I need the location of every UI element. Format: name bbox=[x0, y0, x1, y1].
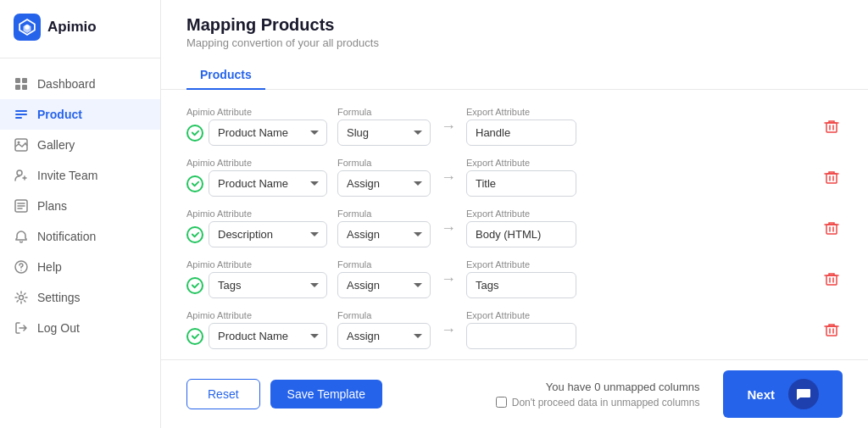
svg-point-11 bbox=[17, 170, 22, 175]
delete-row-2[interactable] bbox=[821, 166, 843, 188]
export-field-group-2: Export Attribute bbox=[466, 158, 576, 197]
sidebar-item-settings[interactable]: Settings bbox=[0, 282, 160, 313]
sidebar-item-help[interactable]: Help bbox=[0, 252, 160, 282]
formula-field-group-1: Formula Slug Assign bbox=[337, 107, 431, 146]
export-input-5[interactable] bbox=[466, 323, 576, 349]
export-field-group-1: Export Attribute bbox=[466, 107, 576, 146]
sidebar-item-product[interactable]: Product bbox=[0, 99, 160, 130]
page-footer: Reset Save Template You have 0 unmapped … bbox=[161, 359, 868, 428]
sidebar-item-notification[interactable]: Notification bbox=[0, 221, 160, 252]
logo: Apimio bbox=[0, 14, 160, 58]
apimio-field-group-1: Apimio Attribute Product Name Descriptio… bbox=[186, 107, 327, 146]
footer-right: You have 0 unmapped columns Don't procee… bbox=[496, 381, 700, 409]
export-input-4[interactable] bbox=[466, 272, 576, 298]
page-header: Mapping Products Mapping convertion of y… bbox=[161, 0, 868, 90]
unmapped-checkbox[interactable] bbox=[496, 397, 507, 408]
plans-icon bbox=[14, 198, 29, 214]
sidebar-item-plans-label: Plans bbox=[37, 199, 67, 213]
apimio-field-group-4: Apimio Attribute Tags Product Name Descr… bbox=[186, 259, 327, 298]
reset-button[interactable]: Reset bbox=[186, 379, 260, 409]
formula-select-3[interactable]: Assign Slug bbox=[337, 221, 431, 247]
apimio-field-group-2: Apimio Attribute Product Name Descriptio… bbox=[186, 158, 327, 197]
tab-bar: Products bbox=[186, 61, 843, 89]
export-input-3[interactable] bbox=[466, 221, 576, 247]
delete-row-1[interactable] bbox=[821, 115, 843, 137]
formula-select-2[interactable]: Assign Slug bbox=[337, 170, 431, 197]
apimio-select-2[interactable]: Product Name Description Tags bbox=[209, 170, 327, 197]
export-field-group-5: Export Attribute bbox=[466, 310, 576, 349]
gallery-icon bbox=[14, 137, 29, 153]
svg-rect-20 bbox=[826, 326, 837, 336]
export-input-1[interactable] bbox=[466, 120, 576, 146]
save-template-button[interactable]: Save Template bbox=[270, 380, 382, 409]
apimio-with-check-3: Description Product Name Tags bbox=[186, 221, 327, 247]
export-label-3: Export Attribute bbox=[466, 208, 576, 219]
mapping-row-2: Apimio Attribute Product Name Descriptio… bbox=[186, 158, 843, 197]
svg-rect-3 bbox=[22, 78, 27, 83]
svg-rect-17 bbox=[826, 174, 837, 183]
svg-point-15 bbox=[19, 296, 24, 300]
apimio-select-4[interactable]: Tags Product Name Description bbox=[209, 272, 327, 298]
arrow-icon-2: → bbox=[441, 169, 456, 186]
export-input-2[interactable] bbox=[466, 170, 576, 197]
sidebar-item-logout-label: Log Out bbox=[37, 321, 80, 335]
svg-point-10 bbox=[18, 142, 20, 144]
main-content: Mapping Products Mapping convertion of y… bbox=[161, 0, 868, 428]
apimio-select-3[interactable]: Description Product Name Tags bbox=[209, 221, 327, 247]
sidebar: Apimio Dashboard Product Gallery Invite … bbox=[0, 0, 161, 428]
chat-icon bbox=[788, 379, 819, 409]
delete-row-5[interactable] bbox=[821, 319, 843, 341]
sidebar-divider bbox=[0, 58, 160, 58]
export-field-group-3: Export Attribute bbox=[466, 208, 576, 247]
dashboard-icon bbox=[14, 76, 29, 92]
apimio-label-4: Apimio Attribute bbox=[186, 259, 327, 270]
sidebar-item-settings-label: Settings bbox=[37, 291, 81, 304]
apimio-select-1[interactable]: Product Name Description Tags bbox=[209, 120, 327, 146]
svg-rect-6 bbox=[15, 110, 27, 112]
check-icon-5 bbox=[186, 328, 203, 345]
arrow-icon-5: → bbox=[441, 321, 456, 339]
settings-icon bbox=[14, 290, 29, 305]
delete-row-4[interactable] bbox=[821, 268, 843, 290]
apimio-select-5[interactable]: Product Name Description Tags bbox=[209, 323, 327, 349]
formula-label-5: Formula bbox=[337, 310, 431, 320]
logout-icon bbox=[14, 320, 29, 336]
sidebar-item-dashboard[interactable]: Dashboard bbox=[0, 69, 160, 99]
sidebar-item-gallery[interactable]: Gallery bbox=[0, 130, 160, 160]
formula-select-5[interactable]: Assign Slug bbox=[337, 323, 431, 349]
apimio-with-check-1: Product Name Description Tags bbox=[186, 120, 327, 146]
check-icon-2 bbox=[186, 175, 203, 192]
sidebar-item-invite-label: Invite Team bbox=[37, 169, 97, 182]
next-button[interactable]: Next bbox=[723, 370, 843, 418]
apimio-label-5: Apimio Attribute bbox=[186, 310, 327, 320]
logo-icon bbox=[14, 14, 41, 41]
svg-rect-2 bbox=[15, 78, 20, 83]
svg-rect-16 bbox=[826, 123, 837, 132]
sidebar-item-notification-label: Notification bbox=[37, 230, 96, 243]
check-icon-4 bbox=[186, 277, 203, 294]
formula-label-1: Formula bbox=[337, 107, 431, 117]
sidebar-item-plans[interactable]: Plans bbox=[0, 191, 160, 221]
product-icon bbox=[14, 107, 29, 122]
arrow-icon-1: → bbox=[441, 118, 456, 136]
unmapped-count-text: You have 0 unmapped columns bbox=[546, 381, 700, 393]
logo-text: Apimio bbox=[47, 19, 97, 36]
help-icon bbox=[14, 259, 29, 275]
formula-select-1[interactable]: Slug Assign bbox=[337, 120, 431, 146]
bell-icon bbox=[14, 229, 29, 244]
unmapped-checkbox-row: Don't proceed data in unmapped columns bbox=[496, 397, 700, 409]
delete-row-3[interactable] bbox=[821, 217, 843, 239]
sidebar-item-gallery-label: Gallery bbox=[37, 138, 75, 152]
mapping-row-4: Apimio Attribute Tags Product Name Descr… bbox=[186, 259, 843, 298]
sidebar-item-invite-team[interactable]: Invite Team bbox=[0, 160, 160, 191]
apimio-field-group-3: Apimio Attribute Description Product Nam… bbox=[186, 208, 327, 247]
export-label-1: Export Attribute bbox=[466, 107, 576, 117]
tab-products[interactable]: Products bbox=[186, 61, 265, 90]
svg-rect-19 bbox=[826, 275, 837, 285]
formula-label-2: Formula bbox=[337, 158, 431, 168]
formula-select-4[interactable]: Assign Slug bbox=[337, 272, 431, 298]
formula-field-group-2: Formula Assign Slug bbox=[337, 158, 431, 197]
sidebar-item-logout[interactable]: Log Out bbox=[0, 313, 160, 343]
apimio-label-1: Apimio Attribute bbox=[186, 107, 327, 117]
sidebar-item-help-label: Help bbox=[37, 260, 62, 274]
